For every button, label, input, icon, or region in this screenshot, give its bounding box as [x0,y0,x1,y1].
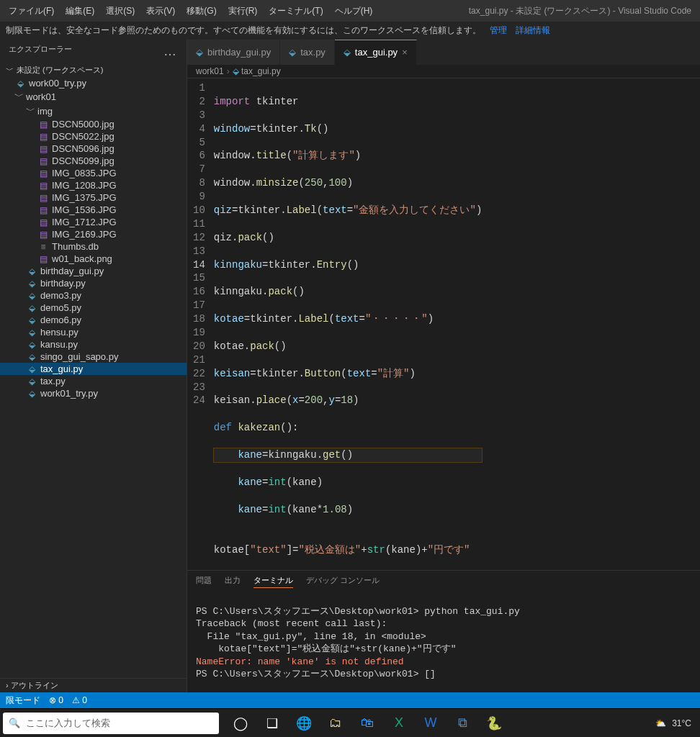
db-icon: ≡ [37,242,49,252]
vscode-icon[interactable]: ⧉ [448,709,477,738]
explorer-icon[interactable]: 🗂 [321,709,350,738]
excel-icon[interactable]: X [385,709,413,738]
file-item[interactable]: ▤IMG_1712.JPG [0,216,187,228]
menu-file[interactable]: ファイル(F) [3,5,60,17]
file-item[interactable]: ⬙birthday.py [0,277,187,289]
python-icon: ⬙ [233,66,239,76]
file-item[interactable]: ▤IMG_0835.JPG [0,167,187,179]
file-item[interactable]: ▤DSCN5099.jpg [0,155,187,167]
explorer-more-icon[interactable]: … [163,44,178,59]
folder-item[interactable]: ﹀img [0,104,187,118]
python-icon: ⬙ [26,352,37,362]
cortana-icon[interactable]: ❑ [258,709,287,738]
panel-tab-terminal[interactable]: ターミナル [253,574,293,588]
file-item[interactable]: ⬙work00_try.py [0,77,187,89]
python-icon: ⬙ [26,376,37,386]
panel-tab-problems[interactable]: 問題 [196,574,212,588]
image-icon: ▤ [37,181,49,191]
python-icon: ⬙ [26,303,37,313]
panel-tab-output[interactable]: 出力 [225,574,241,588]
status-warnings[interactable]: ⚠ 0 [72,695,87,705]
file-item[interactable]: ▤IMG_1536.JPG [0,204,187,216]
menu-view[interactable]: 表示(V) [140,5,181,17]
file-item[interactable]: ⬙birthday_gui.py [0,265,187,277]
menu-terminal[interactable]: ターミナル(T) [263,5,328,17]
file-tree[interactable]: ⬙work00_try.py ﹀work01 ﹀img ▤DSCN5000.jp… [0,77,187,678]
outline-label[interactable]: アウトライン [11,681,58,689]
file-item[interactable]: ⬙hensu.py [0,326,187,338]
menu-select[interactable]: 選択(S) [100,5,140,17]
tab-tax[interactable]: ⬙tax.py [280,40,335,65]
trust-info-link[interactable]: 詳細情報 [516,24,550,37]
status-bar: 限モード ⊗ 0 ⚠ 0 [0,692,700,708]
search-placeholder: ここに入力して検索 [26,717,110,730]
file-item[interactable]: ▤IMG_1375.JPG [0,191,187,204]
menu-run[interactable]: 実行(R) [223,5,264,17]
file-item[interactable]: ⬙demo6.py [0,314,187,326]
file-item[interactable]: ▤IMG_1208.JPG [0,179,187,191]
image-icon: ▤ [37,119,49,130]
editor-area: ⬙birthday_gui.py ⬙tax.py ⬙tax_gui.py× wo… [187,40,700,692]
status-errors[interactable]: ⊗ 0 [49,695,63,705]
file-item[interactable]: ▤w01_back.png [0,253,187,265]
temperature: 31°C [672,718,691,728]
taskbar-search[interactable]: 🔍 ここに入力して検索 [3,713,219,734]
file-item[interactable]: ⬙demo5.py [0,302,187,314]
workspace-label: 未設定 (ワークスペース) [17,65,103,76]
tab-birthday-gui[interactable]: ⬙birthday_gui.py [187,40,280,65]
menu-edit[interactable]: 編集(E) [60,5,100,17]
taskview-icon[interactable]: ◯ [226,709,255,738]
python-icon: ⬙ [26,364,37,374]
file-item[interactable]: ▤DSCN5096.jpg [0,143,187,155]
folder-item[interactable]: ﹀work01 [0,89,187,104]
python-icon[interactable]: 🐍 [480,709,508,738]
python-icon: ⬙ [26,279,37,289]
code-editor[interactable]: 123456789101112131415161718192021222324 … [187,78,700,570]
image-icon: ▤ [37,217,49,227]
menu-help[interactable]: ヘルプ(H) [329,5,379,17]
store-icon[interactable]: 🛍 [353,709,382,738]
file-item[interactable]: ⬙work01_try.py [0,387,187,399]
menu-goto[interactable]: 移動(G) [181,5,222,17]
file-item[interactable]: ⬙kansu.py [0,338,187,351]
file-item[interactable]: ▤DSCN5022.jpg [0,130,187,143]
image-icon: ▤ [37,156,49,166]
tab-tax-gui[interactable]: ⬙tax_gui.py× [335,40,417,65]
terminal-output[interactable]: PS C:\Users\スタッフエース\Desktop\work01> pyth… [187,591,700,695]
explorer-title: エクスプローラー [9,44,72,59]
breadcrumb[interactable]: work01›⬙ tax_gui.py [187,65,700,78]
file-item[interactable]: ▤DSCN5000.jpg [0,118,187,130]
trust-manage-link[interactable]: 管理 [490,24,507,37]
weather-icon[interactable]: ⛅ [655,718,666,728]
close-icon[interactable]: × [402,47,408,58]
python-icon: ⬙ [26,389,37,399]
code-lines[interactable]: import tkinter window=tkinter.Tk() windo… [214,78,483,570]
file-item[interactable]: ⬙singo_gui_sapo.py [0,351,187,363]
trust-banner: 制限モードは、安全なコード参照のためのものです。すべての機能を有効にするには、こ… [0,22,700,40]
trust-message: 制限モードは、安全なコード参照のためのものです。すべての機能を有効にするには、こ… [6,24,481,37]
python-icon: ⬙ [26,327,37,338]
file-item[interactable]: ≡Thumbs.db [0,240,187,253]
python-icon: ⬙ [26,291,37,301]
python-icon: ⬙ [14,78,26,89]
python-icon: ⬙ [26,340,37,350]
image-icon: ▤ [37,168,49,178]
status-restricted-mode[interactable]: 限モード [6,695,40,707]
chevron-down-icon: ﹀ [14,90,23,103]
python-icon: ⬙ [26,266,37,276]
edge-icon[interactable]: 🌐 [290,709,318,738]
windows-taskbar: 🔍 ここに入力して検索 ◯ ❑ 🌐 🗂 🛍 X W ⧉ 🐍 ⛅ 31°C [0,708,700,737]
chevron-right-icon[interactable]: › [6,681,9,689]
chevron-down-icon[interactable]: ﹀ [6,65,14,76]
file-item[interactable]: ▤IMG_2169.JPG [0,228,187,240]
editor-tabs: ⬙birthday_gui.py ⬙tax.py ⬙tax_gui.py× [187,40,700,65]
menu-bar: ファイル(F) 編集(E) 選択(S) 表示(V) 移動(G) 実行(R) ター… [0,0,700,22]
panel-tab-debug[interactable]: デバッグ コンソール [306,574,380,588]
word-icon[interactable]: W [416,709,445,738]
window-title: tax_gui.py - 未設定 (ワークスペース) - Visual Stud… [469,5,697,17]
file-item[interactable]: ⬙tax_gui.py [0,363,187,375]
file-item[interactable]: ⬙demo3.py [0,289,187,302]
file-item[interactable]: ⬙tax.py [0,375,187,387]
line-gutter: 123456789101112131415161718192021222324 [187,78,214,570]
python-icon: ⬙ [344,47,351,58]
